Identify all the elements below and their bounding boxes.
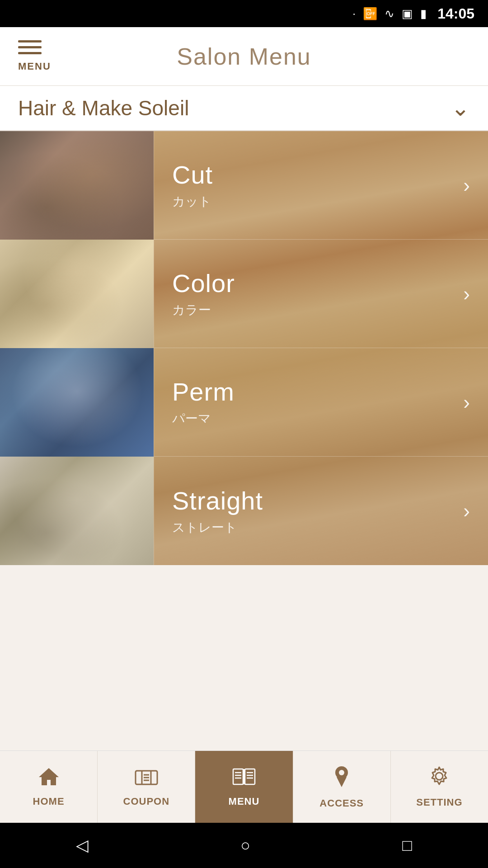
svg-rect-8 xyxy=(245,769,255,784)
hamburger-menu-button[interactable]: MENU xyxy=(18,40,51,72)
nav-coupon[interactable]: COUPON xyxy=(98,751,195,823)
access-pin-icon xyxy=(333,764,350,793)
menu-book-icon xyxy=(232,766,256,791)
straight-arrow-icon: › xyxy=(463,500,470,522)
cut-arrow-icon: › xyxy=(463,174,470,197)
svg-point-19 xyxy=(436,773,443,780)
salon-name: Hair & Make Soleil xyxy=(18,96,451,120)
menu-row-perm: Perm パーマ › xyxy=(0,348,488,457)
color-text: Color カラー xyxy=(172,269,463,319)
nav-home-label: HOME xyxy=(33,796,65,807)
bluetooth-icon: ∙ xyxy=(352,7,356,21)
status-time: 14:05 xyxy=(437,5,474,22)
vibrate-icon: 📴 xyxy=(363,7,377,21)
app-header: MENU Salon Menu xyxy=(0,27,488,86)
straight-photo xyxy=(0,457,154,565)
svg-marker-17 xyxy=(337,777,347,787)
sim-icon: ▣ xyxy=(402,7,413,21)
wifi-icon: ∿ xyxy=(385,7,394,21)
page-title: Salon Menu xyxy=(177,43,311,70)
menu-bar-3 xyxy=(18,52,42,54)
menu-items-list: Cut カット › Color カラー › xyxy=(0,131,488,565)
cut-text: Cut カット xyxy=(172,160,463,210)
color-photo xyxy=(0,240,154,348)
menu-row-cut: Cut カット › xyxy=(0,131,488,240)
nav-home[interactable]: HOME xyxy=(0,751,98,823)
home-button[interactable]: ○ xyxy=(240,836,250,855)
perm-arrow-icon: › xyxy=(463,391,470,414)
svg-point-18 xyxy=(339,770,344,775)
nav-setting-label: SETTING xyxy=(416,797,462,808)
menu-bar-2 xyxy=(18,46,42,48)
cut-photo xyxy=(0,131,154,240)
status-icons: ∙ 📴 ∿ ▣ ▮ 14:05 xyxy=(352,5,474,22)
back-button[interactable]: ◁ xyxy=(76,836,89,855)
perm-photo xyxy=(0,348,154,457)
straight-person-overlay xyxy=(0,457,154,565)
battery-icon: ▮ xyxy=(420,7,427,21)
nav-access-label: ACCESS xyxy=(319,797,364,809)
bottom-navigation: HOME COUPON xyxy=(0,750,488,823)
nav-menu-label: MENU xyxy=(229,796,260,807)
perm-menu-item[interactable]: Perm パーマ › xyxy=(154,348,488,456)
perm-text: Perm パーマ xyxy=(172,377,463,427)
nav-coupon-label: COUPON xyxy=(123,796,170,807)
color-title-en: Color xyxy=(172,269,463,298)
svg-rect-7 xyxy=(233,769,243,784)
perm-title-jp: パーマ xyxy=(172,410,463,427)
cut-menu-item[interactable]: Cut カット › xyxy=(154,131,488,239)
home-icon xyxy=(38,766,60,791)
color-title-jp: カラー xyxy=(172,302,463,319)
svg-marker-0 xyxy=(39,768,59,785)
cut-person-overlay xyxy=(0,131,154,240)
chevron-down-icon: ⌄ xyxy=(451,95,470,121)
salon-selector[interactable]: Hair & Make Soleil ⌄ xyxy=(0,86,488,131)
menu-row-color: Color カラー › xyxy=(0,240,488,348)
recent-apps-button[interactable]: □ xyxy=(402,836,412,855)
straight-text: Straight ストレート xyxy=(172,486,463,536)
color-person-overlay xyxy=(0,240,154,348)
menu-grid: Cut カット › Color カラー › xyxy=(0,131,488,565)
cut-title-en: Cut xyxy=(172,160,463,189)
cut-title-jp: カット xyxy=(172,193,463,210)
color-menu-item[interactable]: Color カラー › xyxy=(154,240,488,348)
perm-person-overlay xyxy=(0,348,154,457)
straight-title-en: Straight xyxy=(172,486,463,515)
android-navigation-bar: ◁ ○ □ xyxy=(0,823,488,868)
nav-access[interactable]: ACCESS xyxy=(293,751,391,823)
status-bar: ∙ 📴 ∿ ▣ ▮ 14:05 xyxy=(0,0,488,27)
coupon-icon xyxy=(135,766,158,791)
nav-setting[interactable]: SETTING xyxy=(391,751,488,823)
straight-title-jp: ストレート xyxy=(172,519,463,536)
menu-button-label: MENU xyxy=(18,61,51,72)
color-arrow-icon: › xyxy=(463,283,470,305)
straight-menu-item[interactable]: Straight ストレート › xyxy=(154,457,488,565)
nav-menu[interactable]: MENU xyxy=(195,751,293,823)
perm-title-en: Perm xyxy=(172,377,463,406)
settings-gear-icon xyxy=(428,765,450,792)
menu-row-straight: Straight ストレート › xyxy=(0,457,488,565)
menu-bar-1 xyxy=(18,40,42,42)
